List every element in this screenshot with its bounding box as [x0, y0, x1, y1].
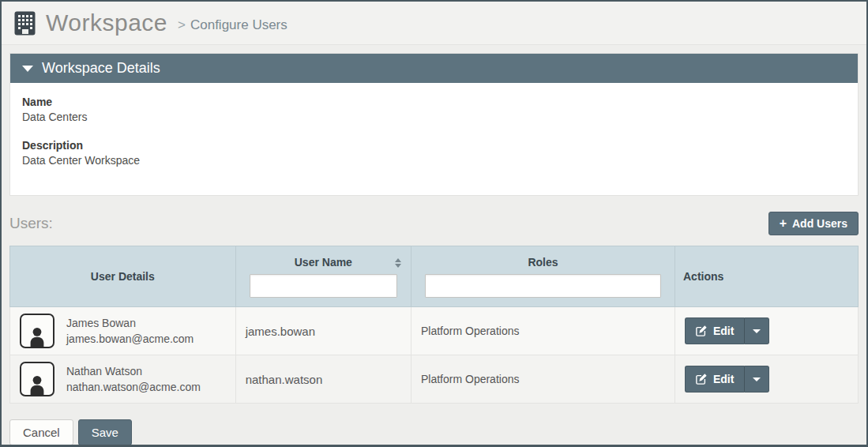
panel-title: Workspace Details: [42, 60, 160, 77]
user-avatar-icon: [20, 362, 54, 396]
column-header-roles: Roles: [411, 246, 674, 307]
workspace-details-panel-body: Name Data Centers Description Data Cente…: [10, 83, 858, 195]
column-header-user-name: User Name: [235, 246, 411, 307]
table-row: Nathan Watson nathan.watson@acme.com nat…: [10, 355, 859, 404]
edit-button[interactable]: Edit: [685, 366, 744, 393]
edit-button[interactable]: Edit: [685, 317, 744, 344]
roles-cell: Platform Operations: [411, 307, 674, 355]
users-table: User Details User Name Roles: [9, 246, 859, 404]
add-users-button-label: Add Users: [792, 217, 847, 230]
description-value: Data Center Workspace: [22, 154, 846, 167]
roles-filter-input[interactable]: [425, 274, 661, 298]
name-label: Name: [22, 96, 846, 108]
edit-split-button: Edit: [685, 317, 769, 344]
edit-button-label: Edit: [713, 373, 734, 385]
column-header-user-details: User Details: [10, 246, 236, 307]
chevron-down-icon: [753, 329, 761, 333]
user-name-cell: nathan.watson: [235, 355, 411, 404]
sort-icon[interactable]: [395, 258, 401, 268]
breadcrumb-separator: >: [178, 17, 186, 32]
user-details-cell: James Bowan james.bowan@acme.com: [10, 307, 236, 355]
actions-cell: Edit: [674, 355, 858, 404]
user-full-name: James Bowan: [66, 315, 194, 331]
plus-icon: +: [780, 217, 787, 230]
edit-button-label: Edit: [713, 325, 734, 337]
column-header-actions: Actions: [674, 246, 858, 307]
user-details-cell: Nathan Watson nathan.watson@acme.com: [10, 355, 236, 404]
description-field: Description Data Center Workspace: [22, 139, 846, 167]
building-icon: [14, 11, 36, 36]
user-full-name: Nathan Watson: [66, 363, 201, 379]
collapse-arrow-icon: [22, 66, 33, 72]
page-title: Workspace: [46, 9, 167, 36]
column-header-actions-label: Actions: [683, 270, 723, 283]
cancel-button[interactable]: Cancel: [9, 419, 73, 445]
roles-cell: Platform Operations: [411, 355, 674, 404]
workspace-details-panel-header[interactable]: Workspace Details: [10, 54, 858, 83]
user-name-filter-input[interactable]: [250, 274, 397, 298]
name-value: Data Centers: [22, 111, 846, 123]
workspace-details-panel: Workspace Details Name Data Centers Desc…: [9, 53, 859, 196]
breadcrumb: >Configure Users: [178, 13, 287, 33]
user-email: james.bowan@acme.com: [66, 331, 194, 347]
user-avatar-icon: [20, 314, 54, 348]
user-name-cell: james.bowan: [235, 307, 411, 355]
edit-dropdown-toggle[interactable]: [744, 317, 769, 344]
add-users-button[interactable]: + Add Users: [768, 212, 859, 235]
save-button[interactable]: Save: [78, 419, 132, 445]
footer-actions: Cancel Save: [9, 419, 859, 445]
edit-split-button: Edit: [685, 366, 769, 393]
users-section-bar: Users: + Add Users: [9, 212, 859, 235]
column-header-roles-label: Roles: [528, 256, 558, 269]
edit-pencil-icon: [696, 374, 707, 385]
chevron-down-icon: [753, 378, 761, 381]
user-email: nathan.watson@acme.com: [66, 379, 201, 395]
description-label: Description: [22, 139, 846, 152]
actions-cell: Edit: [674, 307, 858, 355]
top-bar: Workspace >Configure Users: [2, 2, 866, 45]
edit-pencil-icon: [696, 325, 707, 336]
table-row: James Bowan james.bowan@acme.com james.b…: [10, 307, 859, 355]
column-header-user-name-label: User Name: [295, 256, 352, 269]
column-header-user-details-label: User Details: [91, 270, 155, 283]
edit-dropdown-toggle[interactable]: [744, 366, 769, 393]
breadcrumb-current: Configure Users: [190, 17, 287, 32]
main-content: Workspace Details Name Data Centers Desc…: [2, 45, 866, 447]
name-field: Name Data Centers: [22, 96, 846, 123]
users-section-label: Users:: [9, 215, 53, 232]
